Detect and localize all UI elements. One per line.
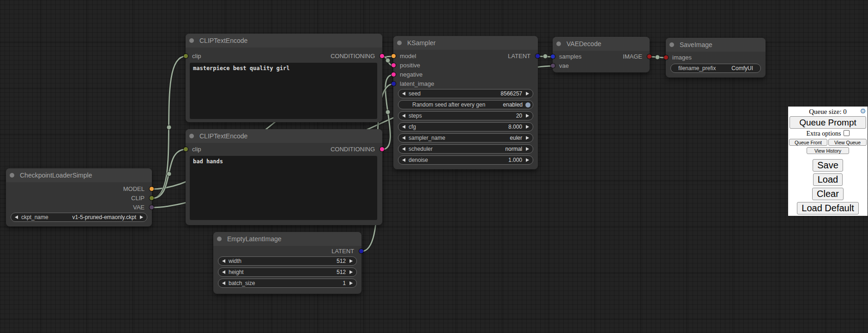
steps-number-widget[interactable]: steps 20	[398, 111, 533, 120]
scheduler-combo-widget[interactable]: scheduler normal	[398, 144, 533, 154]
latent-output-port[interactable]	[536, 54, 540, 58]
increment-arrow-icon[interactable]	[526, 147, 529, 151]
clear-button[interactable]: Clear	[812, 188, 844, 200]
decrement-arrow-icon[interactable]	[402, 125, 405, 129]
node-title-bar[interactable]: VAEDecode	[553, 37, 650, 51]
width-number-widget[interactable]: width 512	[218, 256, 357, 266]
link-midpoint-dot[interactable]	[655, 55, 660, 59]
filename-prefix-text-widget[interactable]: filename_prefix ComfyUI	[670, 64, 761, 73]
decrement-arrow-icon[interactable]	[222, 259, 225, 263]
widget-label: seed	[409, 90, 421, 97]
node-checkpoint-loader[interactable]: CheckpointLoaderSimple MODEL CLIP VAE ck…	[6, 168, 152, 226]
node-title-bar[interactable]: CLIPTextEncode	[186, 34, 382, 48]
images-input-port[interactable]	[664, 55, 668, 59]
seed-number-widget[interactable]: seed 8566257	[398, 89, 533, 98]
output-label-conditioning: CONDITIONING	[331, 52, 375, 61]
node-title-bar[interactable]: KSampler	[393, 36, 538, 50]
decrement-arrow-icon[interactable]	[402, 92, 405, 95]
link-midpoint-dot[interactable]	[167, 125, 171, 130]
sampler-name-combo-widget[interactable]: sampler_name euler	[398, 133, 533, 143]
latent-output-port[interactable]	[359, 249, 363, 253]
positive-input-port[interactable]	[392, 63, 396, 67]
samples-input-port[interactable]	[551, 54, 555, 59]
settings-gear-icon[interactable]: ⚙	[860, 107, 866, 115]
node-title-bar[interactable]: CheckpointLoaderSimple	[6, 168, 152, 182]
clip-output-port[interactable]	[150, 196, 154, 200]
batch-size-number-widget[interactable]: batch_size 1	[218, 279, 357, 288]
decrement-arrow-icon[interactable]	[222, 270, 225, 274]
node-status-dot-icon	[10, 173, 14, 178]
node-clip-text-encode-positive[interactable]: CLIPTextEncode clip CONDITIONING masterp…	[186, 34, 382, 122]
decrement-arrow-icon[interactable]	[402, 158, 405, 162]
vae-input-port[interactable]	[551, 64, 555, 68]
conditioning-output-port[interactable]	[380, 147, 384, 151]
denoise-number-widget[interactable]: denoise 1.000	[398, 155, 533, 165]
negative-prompt-textarea[interactable]: bad hands	[190, 156, 377, 220]
ckpt-name-combo-widget[interactable]: ckpt_name v1-5-pruned-emaonly.ckpt	[11, 213, 147, 222]
node-ksampler[interactable]: KSampler model positive negative latent_…	[393, 36, 538, 169]
view-history-button[interactable]: View History	[807, 147, 849, 154]
save-button[interactable]: Save	[813, 159, 843, 172]
output-label-latent: LATENT	[332, 247, 354, 256]
latent-image-input-port[interactable]	[392, 82, 396, 86]
decrement-arrow-icon[interactable]	[222, 281, 225, 285]
view-queue-button[interactable]: View Queue	[828, 139, 867, 146]
decrement-arrow-icon[interactable]	[402, 147, 405, 151]
increment-arrow-icon[interactable]	[526, 136, 529, 140]
image-output-port[interactable]	[647, 54, 651, 59]
node-clip-text-encode-negative[interactable]: CLIPTextEncode clip CONDITIONING bad han…	[186, 129, 382, 225]
widget-value: euler	[510, 135, 522, 141]
load-button[interactable]: Load	[813, 173, 843, 186]
widget-label: denoise	[409, 157, 428, 163]
link-midpoint-dot[interactable]	[386, 58, 390, 63]
clip-input-port[interactable]	[184, 54, 188, 58]
increment-arrow-icon[interactable]	[350, 259, 353, 263]
decrement-arrow-icon[interactable]	[15, 215, 18, 219]
link-midpoint-dot[interactable]	[543, 54, 548, 59]
input-label-negative: negative	[400, 70, 422, 79]
toggle-enabled-dot-icon[interactable]	[525, 102, 530, 107]
increment-arrow-icon[interactable]	[526, 92, 529, 95]
negative-input-port[interactable]	[392, 72, 396, 77]
link-image	[650, 55, 666, 59]
widget-value: 512	[337, 269, 346, 275]
increment-arrow-icon[interactable]	[350, 281, 353, 285]
queue-front-button[interactable]: Queue Front	[789, 139, 827, 146]
link-midpoint-dot[interactable]	[386, 110, 390, 114]
increment-arrow-icon[interactable]	[526, 125, 529, 129]
node-save-image[interactable]: SaveImage images filename_prefix ComfyUI	[666, 38, 766, 77]
node-status-dot-icon	[397, 41, 402, 45]
random-seed-toggle-widget[interactable]: Random seed after every gen enabled	[398, 100, 533, 109]
cfg-number-widget[interactable]: cfg 8.000	[398, 122, 533, 131]
node-empty-latent-image[interactable]: EmptyLatentImage LATENT width 512 height…	[213, 232, 362, 294]
graph-canvas[interactable]: CheckpointLoaderSimple MODEL CLIP VAE ck…	[0, 0, 868, 333]
widget-value: 512	[337, 258, 346, 264]
widget-label: cfg	[409, 124, 416, 130]
node-title-bar[interactable]: EmptyLatentImage	[213, 232, 362, 246]
link-midpoint-dot[interactable]	[167, 172, 171, 176]
increment-arrow-icon[interactable]	[526, 114, 529, 118]
queue-size-label: Queue size: 0	[809, 108, 847, 115]
increment-arrow-icon[interactable]	[140, 215, 143, 219]
output-label-vae: VAE	[133, 203, 145, 212]
widget-label: batch_size	[229, 280, 255, 286]
widget-value: 8.000	[508, 124, 522, 130]
load-default-button[interactable]: Load Default	[797, 202, 858, 214]
decrement-arrow-icon[interactable]	[402, 114, 405, 118]
decrement-arrow-icon[interactable]	[402, 136, 405, 140]
node-title-bar[interactable]: SaveImage	[666, 38, 766, 52]
node-vae-decode[interactable]: VAEDecode samples vae IMAGE	[553, 37, 650, 72]
increment-arrow-icon[interactable]	[526, 158, 529, 162]
model-output-port[interactable]	[150, 187, 154, 191]
height-number-widget[interactable]: height 512	[218, 268, 357, 277]
model-input-port[interactable]	[392, 54, 396, 58]
node-title-bar[interactable]: CLIPTextEncode	[186, 129, 382, 143]
clip-input-port[interactable]	[184, 147, 188, 151]
vae-output-port[interactable]	[150, 205, 154, 209]
increment-arrow-icon[interactable]	[350, 270, 353, 274]
extra-options-checkbox[interactable]	[844, 130, 850, 136]
positive-prompt-textarea[interactable]: masterpiece best quality girl	[190, 63, 377, 119]
queue-prompt-button[interactable]: Queue Prompt	[790, 116, 866, 129]
conditioning-output-port[interactable]	[380, 54, 384, 58]
output-label-latent: LATENT	[508, 52, 530, 61]
